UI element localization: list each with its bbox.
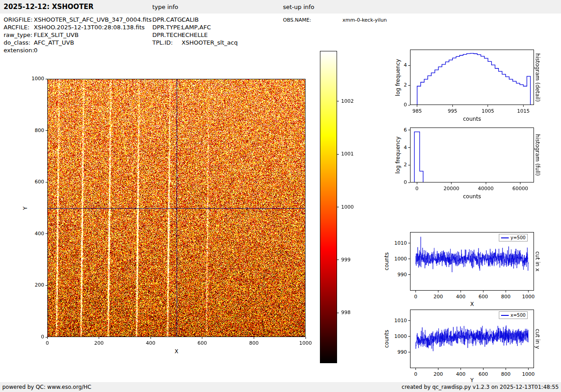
x-axis-label: counts xyxy=(445,116,499,123)
right-axis-label: histogram (full) xyxy=(534,134,541,176)
y-tick-mark xyxy=(408,65,410,66)
colorbar-canvas xyxy=(320,51,337,363)
x-tick-mark xyxy=(254,337,254,339)
x-tick-label: 1000 xyxy=(290,340,321,346)
x-tick-mark xyxy=(486,182,486,184)
x-tick-label: 1000 xyxy=(513,294,544,300)
y-tick-mark xyxy=(408,320,410,321)
x-axis-label: counts xyxy=(445,193,499,200)
y-tick-label: 1010 xyxy=(384,318,407,324)
colorbar-tick-mark xyxy=(337,154,339,155)
x-tick-mark xyxy=(451,182,452,184)
right-axis-label: cut in x xyxy=(534,251,541,272)
x-tick-mark xyxy=(528,368,529,370)
x-tick-mark xyxy=(415,368,416,370)
x-tick-mark xyxy=(452,105,453,107)
x-tick-label: 600 xyxy=(187,340,218,346)
colorbar-tick-mark xyxy=(337,313,339,313)
x-tick-label: 400 xyxy=(135,340,166,346)
y-axis-label: counts xyxy=(383,252,390,270)
x-tick-label: 985 xyxy=(401,108,433,114)
x-tick-mark xyxy=(202,337,202,339)
y-tick-mark xyxy=(408,182,410,183)
y-tick-label: 400 xyxy=(22,231,44,237)
x-tick-label: 200 xyxy=(83,340,115,346)
x-tick-label: 20000 xyxy=(436,186,467,192)
x-tick-label: 1005 xyxy=(472,108,504,114)
histogram_full-canvas xyxy=(410,128,534,182)
x-tick-label: 1000 xyxy=(513,371,544,378)
x-tick-label: 60000 xyxy=(504,186,536,192)
legend: x=500 xyxy=(499,311,528,319)
legend-label: y=500 xyxy=(511,234,525,241)
x-tick-mark xyxy=(415,291,416,292)
x-tick-label: 0 xyxy=(401,186,433,192)
plots-area: 0200400600800100002004006008001000XY1002… xyxy=(0,0,561,392)
y-tick-label: 6 xyxy=(384,127,407,133)
y-tick-label: 990 xyxy=(384,349,407,356)
y-tick-label: 0 xyxy=(22,334,44,340)
y-tick-mark xyxy=(408,105,410,105)
x-tick-mark xyxy=(520,182,520,184)
colorbar-tick-label: 1002 xyxy=(341,98,354,105)
right-axis-label: cut in y xyxy=(534,329,541,349)
x-tick-mark xyxy=(438,291,438,292)
colorbar-tick-mark xyxy=(337,207,339,207)
y-tick-label: 600 xyxy=(22,179,44,185)
raw_image-canvas xyxy=(47,79,306,337)
y-axis-label: log frequency xyxy=(395,59,401,96)
histogram_detail-canvas xyxy=(410,50,534,105)
legend-line-sample xyxy=(501,315,509,316)
x-tick-label: 0 xyxy=(32,340,63,346)
y-tick-label: 800 xyxy=(22,128,44,134)
x-tick-label: 1015 xyxy=(507,108,539,114)
y-tick-mark xyxy=(408,85,410,86)
x-tick-mark xyxy=(483,291,483,292)
legend: y=500 xyxy=(499,234,528,242)
y-tick-mark xyxy=(46,233,47,234)
y-tick-mark xyxy=(408,147,410,148)
x-tick-mark xyxy=(523,105,524,107)
x-tick-mark xyxy=(417,105,417,107)
x-tick-mark xyxy=(306,337,306,339)
colorbar-tick-label: 1000 xyxy=(341,204,354,210)
y-tick-mark xyxy=(46,130,47,131)
x-axis-label: X xyxy=(150,348,204,355)
x-tick-label: 800 xyxy=(238,340,269,346)
x-tick-mark xyxy=(151,337,151,339)
y-axis-label: log frequency xyxy=(395,137,401,173)
colorbar-tick-label: 1001 xyxy=(341,151,354,157)
x-tick-label: 40000 xyxy=(470,186,502,192)
qc-report-page: 2025-12-12: XSHOOTER type info set-up in… xyxy=(0,0,561,392)
colorbar-tick-mark xyxy=(337,260,339,260)
x-tick-mark xyxy=(506,368,506,370)
colorbar-tick-label: 998 xyxy=(341,310,351,316)
y-tick-mark xyxy=(408,259,410,259)
y-tick-mark xyxy=(46,79,47,79)
x-tick-mark xyxy=(99,337,99,339)
y-tick-label: 0 xyxy=(384,179,407,186)
x-tick-mark xyxy=(417,182,417,184)
y-tick-mark xyxy=(408,274,410,275)
x-tick-mark xyxy=(506,291,506,292)
y-tick-mark xyxy=(46,182,47,182)
y-tick-label: 0 xyxy=(384,102,407,108)
y-tick-mark xyxy=(46,285,47,286)
y-tick-label: 1000 xyxy=(22,76,44,82)
x-tick-mark xyxy=(461,368,461,370)
y-tick-mark xyxy=(408,165,410,165)
x-tick-mark xyxy=(483,368,483,370)
y-axis-label: counts xyxy=(383,330,390,348)
y-tick-mark xyxy=(408,336,410,337)
x-tick-mark xyxy=(488,105,488,107)
y-tick-mark xyxy=(408,130,410,130)
y-tick-label: 1010 xyxy=(384,240,407,246)
y-tick-label: 200 xyxy=(22,282,44,288)
legend-label: x=500 xyxy=(511,312,525,319)
y-tick-mark xyxy=(408,243,410,243)
legend-line-sample xyxy=(501,237,509,238)
x-tick-mark xyxy=(528,291,529,292)
y-tick-mark xyxy=(46,337,47,337)
x-tick-label: 995 xyxy=(437,108,468,114)
x-tick-mark xyxy=(461,291,461,292)
